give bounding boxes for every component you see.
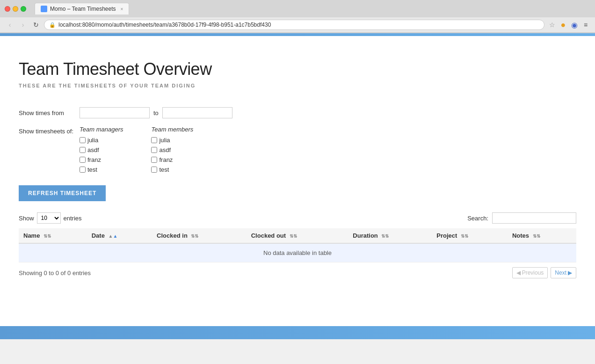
table-section: Show 10 25 50 100 entries Search: Name ⇅ [19, 212, 576, 278]
duration-sort-icon: ⇅ [381, 233, 389, 239]
manager-asdf-checkbox[interactable]: asdf [80, 146, 123, 153]
search-label: Search: [467, 215, 488, 222]
page-content: Team Timesheet Overview THESE ARE THE TI… [0, 36, 595, 326]
next-button[interactable]: Next ▶ [551, 267, 576, 278]
forward-button[interactable]: › [18, 20, 28, 30]
member-franz-checkbox[interactable]: franz [151, 156, 193, 163]
back-button[interactable]: ‹ [5, 20, 15, 30]
prev-label: Previous [522, 269, 544, 276]
member-asdf-checkbox[interactable]: asdf [151, 146, 193, 153]
reload-button[interactable]: ↻ [31, 20, 41, 30]
table-header: Name ⇅ Date ▲ Clocked in ⇅ Clocked out ⇅… [19, 228, 576, 243]
address-bar[interactable]: 🔒 localhost:8080/momo/auth/timesheets/te… [44, 20, 544, 30]
next-label: Next [555, 269, 566, 276]
tab-bar: Momo – Team Timesheets × [30, 3, 219, 15]
search-input[interactable] [492, 212, 576, 224]
show-timesheets-label: Show timesheets of: [19, 126, 80, 135]
search-box: Search: [467, 212, 576, 224]
manager-julia-input[interactable] [80, 137, 86, 143]
project-sort-icon: ⇅ [461, 233, 468, 239]
col-duration[interactable]: Duration ⇅ [348, 228, 432, 243]
table-body: No data available in table [19, 243, 576, 262]
pagination: ◀ Previous Next ▶ [512, 267, 576, 278]
team-managers-title: Team managers [80, 126, 123, 133]
member-julia-checkbox[interactable]: julia [151, 137, 193, 144]
browser-toolbar: ‹ › ↻ 🔒 localhost:8080/momo/auth/timeshe… [0, 17, 595, 33]
entries-label: entries [64, 215, 82, 222]
tab-title: Momo – Team Timesheets [50, 6, 116, 12]
name-sort-icon: ⇅ [44, 233, 51, 239]
member-asdf-input[interactable] [151, 147, 157, 153]
manager-julia-checkbox[interactable]: julia [80, 137, 123, 144]
avatar-icon[interactable]: ● [559, 20, 568, 29]
browser-chrome: Momo – Team Timesheets × ‹ › ↻ 🔒 localho… [0, 0, 595, 33]
active-tab[interactable]: Momo – Team Timesheets × [35, 3, 129, 15]
date-range-row: Show times from to [19, 107, 576, 118]
tab-favicon [41, 6, 47, 12]
page-subtitle: THESE ARE THE TIMESHEETS OF YOUR TEAM DI… [19, 83, 576, 88]
minimize-window-button[interactable] [13, 6, 18, 12]
member-test-checkbox[interactable]: test [151, 166, 193, 173]
lock-icon: 🔒 [49, 22, 56, 28]
toolbar-icons: ☆ ● ◉ ≡ [547, 20, 590, 29]
col-clocked-in[interactable]: Clocked in ⇅ [152, 228, 247, 243]
bottom-accent-bar [0, 326, 595, 339]
to-label: to [153, 109, 159, 116]
member-julia-input[interactable] [151, 137, 157, 143]
close-window-button[interactable] [5, 6, 10, 12]
manager-test-input[interactable] [80, 167, 86, 173]
timesheets-filter-row: Show timesheets of: Team managers julia … [19, 126, 576, 176]
member-test-input[interactable] [151, 167, 157, 173]
show-times-label: Show times from [19, 109, 80, 116]
table-controls-top: Show 10 25 50 100 entries Search: [19, 212, 576, 224]
prev-arrow-icon: ◀ [516, 269, 521, 276]
next-arrow-icon: ▶ [568, 269, 572, 276]
col-notes[interactable]: Notes ⇅ [508, 228, 576, 243]
show-entries-control: Show 10 25 50 100 entries [19, 212, 82, 224]
clocked-in-sort-icon: ⇅ [191, 233, 198, 239]
manager-test-checkbox[interactable]: test [80, 166, 123, 173]
notes-sort-icon: ⇅ [533, 233, 540, 239]
date-to-input[interactable] [162, 107, 232, 118]
showing-entries: Showing 0 to 0 of 0 entries [19, 269, 91, 277]
manager-asdf-input[interactable] [80, 147, 86, 153]
manager-franz-checkbox[interactable]: franz [80, 156, 123, 163]
previous-button[interactable]: ◀ Previous [512, 267, 548, 278]
col-date[interactable]: Date ▲ [87, 228, 152, 243]
col-name[interactable]: Name ⇅ [19, 228, 87, 243]
clocked-out-sort-icon: ⇅ [290, 233, 297, 239]
filters-section: Show times from to Show timesheets of: T… [19, 107, 576, 176]
date-from-input[interactable] [80, 107, 150, 118]
page-title: Team Timesheet Overview [19, 59, 576, 79]
page-header: Team Timesheet Overview THESE ARE THE TI… [19, 36, 576, 93]
maximize-window-button[interactable] [21, 6, 26, 12]
window-controls [5, 6, 26, 12]
tab-close-button[interactable]: × [121, 7, 123, 12]
empty-message: No data available in table [19, 243, 576, 262]
date-sort-icon: ▲ [109, 233, 118, 239]
team-members-title: Team members [151, 126, 193, 133]
menu-icon[interactable]: ≡ [581, 20, 590, 29]
entries-select[interactable]: 10 25 50 100 [37, 212, 61, 224]
show-label: Show [19, 215, 34, 222]
manager-franz-input[interactable] [80, 157, 86, 163]
member-franz-input[interactable] [151, 157, 157, 163]
empty-row: No data available in table [19, 243, 576, 262]
sync-icon[interactable]: ◉ [570, 20, 579, 29]
titlebar: Momo – Team Timesheets × [0, 0, 595, 17]
timesheets-table: Name ⇅ Date ▲ Clocked in ⇅ Clocked out ⇅… [19, 228, 576, 262]
bookmark-icon[interactable]: ☆ [547, 20, 557, 29]
url-text: localhost:8080/momo/auth/timesheets/team… [58, 22, 271, 28]
col-project[interactable]: Project ⇅ [432, 228, 508, 243]
timesheets-options: Team managers julia asdf franz test [80, 126, 193, 176]
team-managers-column: Team managers julia asdf franz test [80, 126, 123, 176]
col-clocked-out[interactable]: Clocked out ⇅ [247, 228, 348, 243]
refresh-timesheet-button[interactable]: REFRESH TIMESHEET [19, 185, 106, 201]
table-footer: Showing 0 to 0 of 0 entries ◀ Previous N… [19, 267, 576, 278]
team-members-column: Team members julia asdf franz test [151, 126, 193, 176]
